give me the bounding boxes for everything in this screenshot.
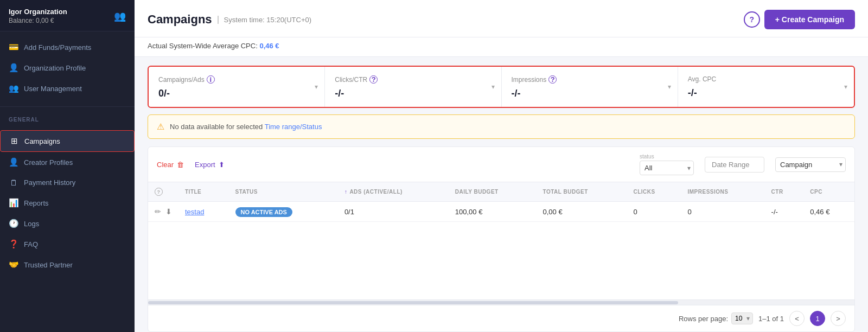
sidebar-item-org-profile[interactable]: 👤 Organization Profile (0, 58, 135, 78)
campaign-link[interactable]: testad (185, 208, 204, 216)
reports-icon: 📊 (9, 198, 18, 208)
th-status: STATUS (229, 182, 338, 202)
th-title: TITLE (178, 182, 229, 202)
stat-dropdown-campaigns[interactable]: ▾ (315, 83, 318, 91)
th-impressions: IMPRESSIONS (681, 182, 764, 202)
scrollbar-thumb (148, 301, 678, 304)
page-title: Campaigns (148, 12, 212, 27)
sidebar-item-faq[interactable]: ❓ FAQ (0, 234, 135, 254)
stat-clicks-ctr: Clicks/CTR ? -/- ▾ (325, 67, 501, 107)
row-daily-budget: 100,00 € (449, 202, 537, 222)
table-info-icon[interactable]: ? (155, 188, 163, 196)
sidebar-item-label: FAQ (24, 240, 38, 248)
page-header: Campaigns System time: 15:20(UTC+0) ? + … (135, 0, 868, 37)
sidebar-item-label: Add Funds/Payments (24, 43, 91, 52)
sidebar-item-label: Payment History (24, 178, 75, 187)
campaign-select[interactable]: Campaign Ad Group Ad (775, 157, 846, 172)
pagination-row: Rows per page: 10 25 50 1–1 of 1 < 1 > (148, 305, 854, 331)
th-daily-budget: DAILY BUDGET (449, 182, 537, 202)
sidebar-general-nav: ⊞ Campaigns 👤 Creator Profiles 🗒 Payment… (0, 125, 135, 280)
grid-icon: ⊞ (9, 136, 19, 146)
row-impressions: 0 (681, 202, 764, 222)
info-icon-clicks[interactable]: ? (369, 75, 378, 84)
horizontal-scrollbar[interactable] (148, 299, 854, 305)
stat-label-clicks: Clicks/CTR (335, 76, 367, 84)
table-header: ? TITLE STATUS ↑ADS (ACTIVE/ALL) DAILY B… (148, 182, 854, 202)
date-range-filter[interactable]: Date Range (705, 157, 764, 173)
stat-value-campaigns: 0/- (158, 88, 315, 99)
cpc-label: Actual System-Wide Average CPC: (148, 42, 258, 50)
download-icon[interactable]: ⬇ (165, 207, 172, 216)
status-select[interactable]: All Active Paused Ended (640, 161, 694, 175)
sidebar-item-trusted-partner[interactable]: 🤝 Trusted Partner (0, 254, 135, 275)
th-ads: ↑ADS (ACTIVE/ALL) (338, 182, 449, 202)
row-ctr: -/- (765, 202, 804, 222)
prev-page-button[interactable]: < (789, 311, 805, 326)
stat-label-campaigns: Campaigns/Ads (158, 76, 205, 84)
status-filter: status All Active Paused Ended (640, 154, 694, 175)
person-icon: 👤 (9, 63, 18, 73)
sidebar-item-logs[interactable]: 🕐 Logs (0, 213, 135, 234)
sidebar-item-payment-history[interactable]: 🗒 Payment History (0, 173, 135, 193)
table-header-row: ? TITLE STATUS ↑ADS (ACTIVE/ALL) DAILY B… (148, 182, 854, 202)
payment-icon: 🗒 (9, 178, 18, 187)
campaign-filter-wrapper: Campaign Ad Group Ad (775, 157, 846, 172)
stat-dropdown-avg-cpc[interactable]: ▾ (844, 83, 847, 91)
sidebar-top-nav: 💳 Add Funds/Payments 👤 Organization Prof… (0, 31, 135, 104)
table-wrapper: ? TITLE STATUS ↑ADS (ACTIVE/ALL) DAILY B… (148, 182, 854, 299)
rows-per-page: Rows per page: 10 25 50 (679, 312, 753, 324)
create-campaign-button[interactable]: + Create Campaign (764, 10, 855, 29)
stats-row: Campaigns/Ads i 0/- ▾ Clicks/CTR ? -/- ▾… (148, 66, 855, 108)
row-status: NO ACTIVE ADS (229, 202, 338, 222)
sidebar-item-label: User Management (24, 85, 82, 93)
warning-text: No data available for selected Time rang… (170, 123, 322, 131)
sidebar-item-label: Campaigns (24, 137, 60, 145)
sidebar-item-campaigns[interactable]: ⊞ Campaigns (0, 130, 135, 152)
sidebar-item-label: Creator Profiles (24, 158, 73, 167)
warning-highlight: Time range/Status (265, 123, 322, 131)
users-icon[interactable]: 👥 (114, 10, 126, 22)
stat-campaigns-ads: Campaigns/Ads i 0/- ▾ (149, 67, 325, 107)
sidebar-item-reports[interactable]: 📊 Reports (0, 193, 135, 213)
export-button[interactable]: Export ⬆ (195, 161, 225, 169)
sidebar-divider (0, 106, 135, 107)
info-icon-impressions[interactable]: ? (548, 75, 557, 84)
stat-avg-cpc: Avg. CPC -/- ▾ (678, 67, 854, 107)
campaigns-table: ? TITLE STATUS ↑ADS (ACTIVE/ALL) DAILY B… (148, 182, 854, 222)
rows-per-page-select[interactable]: 10 25 50 (731, 312, 753, 324)
cpc-value: 0,46 € (259, 42, 279, 50)
status-select-wrapper: All Active Paused Ended (640, 161, 694, 175)
sidebar: Igor Organization Balance: 0,00 € 👥 💳 Ad… (0, 0, 135, 332)
sidebar-item-label: Reports (24, 199, 49, 207)
stat-value-avg-cpc: -/- (688, 87, 844, 99)
partner-icon: 🤝 (9, 260, 18, 270)
users-mgmt-icon: 👥 (9, 84, 18, 93)
row-title: testad (178, 202, 229, 222)
trash-icon: 🗑 (177, 161, 184, 169)
row-ads: 0/1 (338, 202, 449, 222)
faq-icon: ❓ (9, 239, 18, 249)
edit-icon[interactable]: ✏ (155, 207, 161, 216)
th-total-budget: TOTAL BUDGET (537, 182, 627, 202)
clear-button[interactable]: Clear 🗑 (157, 161, 184, 169)
th-ctr: CTR (765, 182, 804, 202)
title-row: Campaigns System time: 15:20(UTC+0) (148, 12, 311, 27)
sidebar-item-add-funds[interactable]: 💳 Add Funds/Payments (0, 37, 135, 58)
stat-value-clicks: -/- (335, 88, 491, 99)
sidebar-section-general: GENERAL (0, 109, 135, 125)
help-button[interactable]: ? (744, 11, 760, 28)
system-time: System time: 15:20(UTC+0) (218, 16, 311, 24)
stat-label-avg-cpc: Avg. CPC (688, 75, 716, 83)
table-row: ✏ ⬇ testad NO ACTIVE ADS 0/1 100,00 € 0, (148, 202, 854, 222)
warning-text-before: No data available for selected (170, 123, 263, 131)
sidebar-item-user-management[interactable]: 👥 User Management (0, 78, 135, 99)
warning-bar: ⚠ No data available for selected Time ra… (148, 114, 855, 139)
cpc-info-bar: Actual System-Wide Average CPC: 0,46 € (135, 37, 868, 57)
current-page-button[interactable]: 1 (810, 311, 825, 326)
next-page-button[interactable]: > (831, 311, 846, 326)
stat-dropdown-impressions[interactable]: ▾ (668, 83, 671, 91)
sidebar-item-creator-profiles[interactable]: 👤 Creator Profiles (0, 152, 135, 173)
stat-dropdown-clicks[interactable]: ▾ (492, 83, 495, 91)
info-icon-campaigns[interactable]: i (207, 75, 215, 84)
clock-icon: 🕐 (9, 219, 18, 228)
